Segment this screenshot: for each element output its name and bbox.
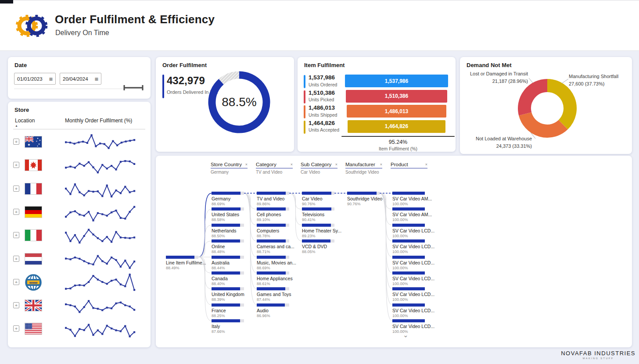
node-value: 100.00% xyxy=(392,329,425,334)
tree-node-level1[interactable]: United States88.58% xyxy=(212,207,244,222)
date-start-value: 01/01/2023 xyxy=(17,76,43,82)
tree-node-level2[interactable]: Audio86.96% xyxy=(257,303,289,318)
order-fulfilment-card: Order Fulfilment 432,979 Orders Delivere… xyxy=(156,57,294,152)
tree-node-level5[interactable]: SV Car Video LCD...100.00% xyxy=(392,287,425,302)
tree-node-level1[interactable]: United Kingdom88.39% xyxy=(212,287,244,302)
expand-row-button[interactable]: + xyxy=(13,139,19,145)
funnel-bar-0[interactable]: 1,537,986 xyxy=(345,75,448,87)
sparkline-chart xyxy=(64,295,136,319)
tree-node-level1[interactable]: Italy87.66% xyxy=(212,319,244,334)
date-end-value: 20/04/2024 xyxy=(63,76,88,82)
tree-node-level2[interactable]: TV and Video89.86% xyxy=(257,192,289,206)
node-label: SV Car Video LCD... xyxy=(392,324,425,329)
node-value: 88.39% xyxy=(212,297,244,302)
tree-node-level2[interactable]: Games and Toys87.44% xyxy=(257,287,289,302)
node-label: Audio xyxy=(257,308,289,313)
tree-node-level1[interactable]: Canada88.40% xyxy=(212,271,244,286)
svg-text:www: www xyxy=(29,281,38,285)
node-value: 89.10% xyxy=(257,218,289,222)
date-start-input[interactable]: 01/01/2023 ▦ xyxy=(14,73,56,85)
store-row-france[interactable]: + xyxy=(8,178,151,201)
tree-node-level3[interactable]: VCD & DVD88.05% xyxy=(302,239,334,254)
expand-row-button[interactable]: + xyxy=(13,279,19,285)
tree-node-level2[interactable]: Music, Movies an...88.69% xyxy=(257,256,289,270)
node-label: Netherlands xyxy=(212,228,244,233)
node-value: 88.05% xyxy=(302,250,334,254)
tree-node-level5[interactable]: SV Car Video AM...100.00% xyxy=(392,207,425,222)
tree-node-level1[interactable]: Online88.48% xyxy=(212,239,244,254)
column-header-sparkline[interactable]: Monthly Order Fulfilment (%) xyxy=(65,118,132,124)
stage-kpi-1: 1,510,386Units Picked xyxy=(304,90,335,104)
expand-row-button[interactable]: + xyxy=(13,186,19,192)
funnel-bar-3[interactable]: 1,464,826 xyxy=(348,120,446,133)
expand-row-button[interactable]: + xyxy=(13,325,19,332)
tree-node-level1[interactable]: Australia88.44% xyxy=(212,256,244,270)
slice-name: Lost or Damaged in Transit xyxy=(462,70,528,78)
store-row-usa[interactable]: + xyxy=(8,318,151,341)
tree-node-level2[interactable]: Cameras and ca...88.71% xyxy=(257,239,289,254)
node-label: SV Car Video LCD... xyxy=(392,308,425,313)
node-value: 88.44% xyxy=(212,266,244,270)
tree-node-level2[interactable]: Cell phones89.10% xyxy=(257,207,289,222)
tree-node-level1[interactable]: Netherlands88.50% xyxy=(212,224,244,238)
tree-node-level1[interactable]: France88.25% xyxy=(212,303,244,318)
tree-node-level5[interactable]: SV Car Video LCD...100.00% xyxy=(392,256,425,270)
funnel-bar-2[interactable]: 1,486,013 xyxy=(347,105,446,118)
funnel-bar-1[interactable]: 1,510,386 xyxy=(346,90,447,103)
node-label: SV Car Video LCD... xyxy=(392,228,425,233)
store-row-germany[interactable]: + xyxy=(8,201,151,224)
order-fulfilment-title: Order Fulfilment xyxy=(162,62,207,68)
node-bar xyxy=(212,287,244,290)
store-row-australia[interactable]: + xyxy=(8,131,151,154)
node-label: Canada xyxy=(212,276,244,281)
tree-node-level5[interactable]: SV Car Video LCD...100.00% xyxy=(392,303,425,318)
tree-node-level5[interactable]: SV Car Video LCD...100.00% xyxy=(392,319,425,334)
tree-node-level2[interactable]: Computers88.78% xyxy=(257,224,289,238)
flag-uk-icon xyxy=(25,300,42,313)
store-row-online[interactable]: +www xyxy=(8,271,151,294)
expand-row-button[interactable]: + xyxy=(13,256,19,262)
expand-row-button[interactable]: + xyxy=(13,232,19,238)
flag-canada-icon xyxy=(25,159,42,173)
store-row-netherlands[interactable]: + xyxy=(8,248,151,271)
stage-kpi-0: 1,537,986Units Ordered xyxy=(304,75,337,89)
node-label: SV Car Video AM... xyxy=(392,212,425,217)
store-row-canada[interactable]: + xyxy=(8,154,151,177)
tree-node-level4[interactable]: Southridge Video90.76% xyxy=(347,192,380,206)
tree-scroll-down-chevron-icon[interactable]: ⌄ xyxy=(403,331,409,339)
node-label: Music, Movies an... xyxy=(257,260,289,265)
tree-node-level5[interactable]: SV Car Video AM...100.00% xyxy=(392,192,425,206)
tree-node-level3[interactable]: Home Theater Sy...89.23% xyxy=(302,224,334,238)
expand-row-button[interactable]: + xyxy=(13,162,19,168)
calendar-icon[interactable]: ▦ xyxy=(94,77,98,81)
tree-node-level2[interactable]: Home Appliances88.61% xyxy=(257,271,289,286)
date-end-input[interactable]: 20/04/2024 ▦ xyxy=(60,73,101,85)
tree-node-level5[interactable]: SV Car Video LCD...100.00% xyxy=(392,224,425,238)
slice-value: 27,600 (37.73%) xyxy=(569,80,630,88)
tree-node-level1[interactable]: Germany88.69% xyxy=(212,192,244,206)
node-label: SV Car Video LCD... xyxy=(392,292,425,297)
table-header-divider xyxy=(13,129,145,129)
orders-delivered-kpi-value: 432,979 xyxy=(167,75,205,87)
node-label: Line Item Fulfilme... xyxy=(166,260,198,265)
tree-node-level3[interactable]: Car Video90.76% xyxy=(302,192,334,206)
node-bar xyxy=(257,239,289,243)
node-value: 88.48% xyxy=(212,250,244,254)
tree-root-node[interactable]: Line Item Fulfilme...88.49% xyxy=(166,256,198,270)
tree-node-level3[interactable]: Televisions90.41% xyxy=(302,207,334,222)
corner-strip xyxy=(0,0,13,4)
store-row-italy[interactable]: + xyxy=(8,224,151,247)
node-bar xyxy=(347,192,380,195)
tree-node-level5[interactable]: SV Car Video LCD...100.00% xyxy=(392,239,425,254)
node-bar xyxy=(392,271,425,275)
item-fulfilment-title: Item Fulfilment xyxy=(304,62,345,68)
column-header-location[interactable]: Location xyxy=(15,118,35,124)
node-value: 90.41% xyxy=(302,218,334,222)
expand-row-button[interactable]: + xyxy=(13,209,19,215)
calendar-icon[interactable]: ▦ xyxy=(49,77,53,81)
store-row-uk[interactable]: + xyxy=(8,294,151,318)
tree-node-level5[interactable]: SV Car Video LCD...100.00% xyxy=(392,271,425,286)
sort-ascending-icon[interactable]: ▲ xyxy=(15,124,18,127)
expand-row-button[interactable]: + xyxy=(13,302,19,308)
date-range-slider[interactable] xyxy=(123,85,144,93)
